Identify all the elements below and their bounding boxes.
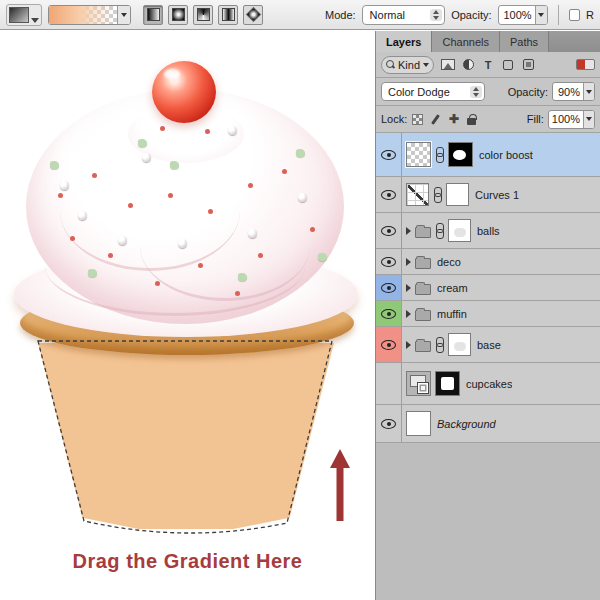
- disclosure-triangle-icon[interactable]: [406, 310, 411, 318]
- green-sprinkle: [50, 161, 59, 169]
- visibility-toggle[interactable]: [376, 301, 402, 326]
- tab-channels[interactable]: Channels: [432, 31, 499, 52]
- lock-image-pixels-button[interactable]: [429, 113, 442, 126]
- type-layer-filter-button[interactable]: T: [480, 57, 496, 72]
- shape-layer-filter-button[interactable]: [500, 57, 516, 72]
- filter-kind-select[interactable]: Kind: [381, 56, 434, 74]
- layer-mask-thumbnail[interactable]: [446, 183, 469, 206]
- red-sprinkle: [70, 236, 75, 241]
- disclosure-triangle-icon[interactable]: [406, 341, 411, 349]
- layer-name[interactable]: color boost: [477, 149, 533, 161]
- smart-object-filter-button[interactable]: [520, 57, 536, 72]
- layer-filter-row: Kind T: [376, 52, 600, 78]
- visibility-toggle[interactable]: [376, 133, 402, 176]
- layer-name[interactable]: cream: [435, 282, 468, 294]
- disclosure-triangle-icon[interactable]: [406, 227, 411, 235]
- green-sprinkle: [170, 161, 179, 169]
- gradient-options-bar: Mode: Normal Opacity: 100% R: [0, 0, 600, 30]
- stepper-icon: [470, 86, 482, 98]
- red-sprinkle: [92, 173, 97, 178]
- layer-row-color-boost[interactable]: color boost: [376, 133, 600, 177]
- layer-thumbnail[interactable]: [406, 411, 431, 436]
- lock-label: Lock:: [381, 113, 407, 125]
- tab-layers[interactable]: Layers: [376, 31, 432, 52]
- layer-row-curves-1[interactable]: Curves 1: [376, 177, 600, 213]
- reflected-gradient-button[interactable]: [218, 5, 238, 25]
- layer-row-cream[interactable]: cream: [376, 275, 600, 301]
- document-canvas[interactable]: Drag the Gradient Here: [0, 31, 375, 600]
- pixel-layer-filter-button[interactable]: [440, 57, 456, 72]
- layer-opacity-input[interactable]: 90%: [552, 82, 595, 101]
- eye-icon: [381, 190, 396, 200]
- adjustment-layer-thumbnail[interactable]: [406, 183, 429, 206]
- smart-object-thumbnail[interactable]: [406, 371, 431, 396]
- visibility-toggle[interactable]: [376, 249, 402, 274]
- green-sprinkle: [318, 253, 327, 261]
- layer-row-cupcakes[interactable]: cupcakes: [376, 363, 600, 405]
- layer-name[interactable]: muffin: [435, 308, 467, 320]
- layer-name[interactable]: balls: [475, 225, 500, 237]
- visibility-toggle[interactable]: [376, 177, 402, 212]
- blend-mode-value: Color Dodge: [388, 86, 450, 98]
- visibility-toggle[interactable]: [376, 405, 402, 442]
- layer-blend-mode-select[interactable]: Color Dodge: [381, 82, 485, 101]
- chevron-down-icon[interactable]: [535, 5, 547, 25]
- red-sprinkle: [155, 281, 160, 286]
- layer-mask-thumbnail[interactable]: [448, 142, 473, 167]
- red-sprinkle: [160, 126, 165, 131]
- frosting-swirl: [45, 216, 305, 316]
- reverse-checkbox[interactable]: [569, 9, 580, 21]
- layer-thumbnail[interactable]: [406, 142, 431, 167]
- layer-name[interactable]: deco: [435, 256, 461, 268]
- layer-mask-thumbnail[interactable]: [435, 371, 460, 396]
- link-icon: [433, 187, 442, 202]
- blend-mode-select[interactable]: Normal: [362, 5, 446, 25]
- opacity-value: 100%: [499, 9, 535, 21]
- layer-name[interactable]: cupcakes: [464, 378, 512, 390]
- red-sprinkle: [310, 227, 315, 232]
- filtering-toggle[interactable]: [576, 59, 595, 70]
- lock-all-button[interactable]: [465, 113, 478, 126]
- layer-row-muffin[interactable]: muffin: [376, 301, 600, 327]
- radial-gradient-button[interactable]: [168, 5, 188, 25]
- chevron-down-icon[interactable]: [117, 6, 130, 24]
- disclosure-triangle-icon[interactable]: [406, 258, 411, 266]
- move-icon: ✚: [449, 113, 459, 125]
- layer-list: color boost Curves 1: [376, 133, 600, 443]
- lock-position-button[interactable]: ✚: [447, 113, 460, 126]
- layer-name[interactable]: Background: [435, 418, 496, 430]
- lock-buttons: ✚: [411, 113, 478, 126]
- layer-row-balls[interactable]: balls: [376, 213, 600, 249]
- tab-paths[interactable]: Paths: [500, 31, 549, 52]
- opacity-input[interactable]: 100%: [498, 5, 548, 25]
- visibility-toggle[interactable]: [376, 327, 402, 362]
- cupcake-liner: [38, 343, 334, 529]
- group-mask-thumbnail[interactable]: [448, 333, 471, 356]
- fill-input[interactable]: 100%: [548, 110, 595, 129]
- layer-opacity-value: 90%: [553, 86, 583, 98]
- chevron-down-icon: [423, 63, 429, 67]
- chevron-down-icon[interactable]: [583, 82, 594, 101]
- angle-gradient-button[interactable]: [193, 5, 213, 25]
- group-mask-thumbnail[interactable]: [448, 219, 471, 242]
- layer-name[interactable]: base: [475, 339, 501, 351]
- linear-gradient-button[interactable]: [143, 5, 163, 25]
- diamond-gradient-icon: [245, 7, 261, 23]
- layer-row-base[interactable]: base: [376, 327, 600, 363]
- gradient-picker[interactable]: [48, 5, 131, 25]
- lock-transparent-pixels-button[interactable]: [411, 113, 424, 126]
- visibility-toggle[interactable]: [376, 275, 402, 300]
- visibility-toggle[interactable]: [376, 213, 402, 248]
- adjustment-layer-filter-button[interactable]: [460, 57, 476, 72]
- blend-mode-row: Color Dodge Opacity: 90%: [376, 78, 600, 106]
- chevron-down-icon[interactable]: [583, 110, 594, 129]
- visibility-toggle[interactable]: [376, 363, 402, 404]
- layer-name[interactable]: Curves 1: [473, 189, 519, 201]
- layer-row-background[interactable]: Background: [376, 405, 600, 443]
- tool-preset-picker[interactable]: [6, 4, 42, 26]
- diamond-gradient-button[interactable]: [243, 5, 263, 25]
- stepper-icon: [430, 9, 442, 21]
- layer-row-deco[interactable]: deco: [376, 249, 600, 275]
- disclosure-triangle-icon[interactable]: [406, 284, 411, 292]
- filter-kind-label: Kind: [398, 59, 420, 71]
